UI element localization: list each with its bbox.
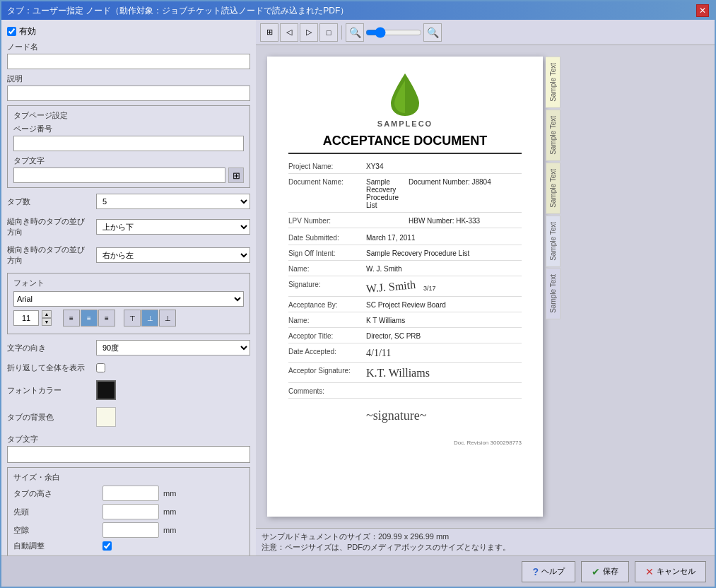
enabled-label: 有効 (19, 25, 36, 37)
vertical-order-select[interactable]: 上から下下から上 (96, 219, 250, 235)
top-mm: mm (163, 507, 176, 516)
align-left-button[interactable]: ≡ (63, 310, 80, 327)
toolbar-zoom-out-button[interactable]: 🔍 (346, 23, 364, 42)
node-name-label: ノード名 (7, 42, 250, 52)
status-line2: 注意：ページサイズは、PDFのメディアボックスのサイズとなります。 (262, 542, 709, 553)
toolbar: ⊞ ◁ ▷ □ 🔍 🔍 (256, 20, 715, 45)
toolbar-zoom-in-button[interactable]: 🔍 (423, 23, 442, 42)
status-bar: サンプルドキュメントのサイズ：209.99 x 296.99 mm 注意：ページ… (256, 528, 715, 555)
description-input[interactable] (7, 86, 250, 101)
horizontal-order-label: 横向き時のタブの並び方向 (7, 245, 92, 266)
doc-logo-text: SAMPLECO (288, 119, 522, 128)
tab-1[interactable]: Sample Text (546, 57, 561, 108)
tab-5[interactable]: Sample Text (546, 268, 561, 319)
tab-text-label: タブ文字 (13, 155, 244, 166)
align-middle-button[interactable]: ⊥ (141, 310, 158, 327)
tab-2[interactable]: Sample Text (546, 110, 561, 161)
vertical-order-label: 縦向き時のタブの並び方向 (7, 216, 92, 237)
tab-height-mm: mm (163, 489, 176, 498)
close-button[interactable]: ✕ (696, 4, 709, 17)
doc-field-acceptby: Acceptance By: SC Project Review Board (288, 301, 522, 312)
doc-field-name1: Name: W. J. Smith (288, 265, 522, 276)
toolbar-prev-button[interactable]: ◁ (280, 23, 298, 42)
align-top-button[interactable]: ⊤ (124, 310, 141, 327)
save-icon: ✔ (592, 566, 600, 577)
align-center-button[interactable]: ≡ (81, 310, 98, 327)
save-label: 保存 (603, 566, 618, 577)
gap-mm: mm (163, 526, 176, 534)
help-button[interactable]: ? ヘルプ (522, 561, 575, 582)
tab-count-row: タブ数 5346 (7, 194, 250, 209)
node-name-section: ノード名 タブ：ユーザー指定 (7, 42, 250, 69)
gap-input[interactable]: 9.0000 (102, 522, 159, 538)
auto-adjust-checkbox[interactable] (102, 541, 112, 551)
tab-4[interactable]: Sample Text (546, 216, 561, 267)
tab-text-browse-button[interactable]: ⊞ (228, 167, 244, 183)
preview-panel: ⊞ ◁ ▷ □ 🔍 🔍 (256, 20, 715, 555)
tab-3[interactable]: Sample Text (546, 163, 561, 214)
vertical-order-row: 縦向き時のタブの並び方向 上から下下から上 (7, 216, 250, 237)
description-section: 説明 (7, 74, 250, 101)
font-size-input[interactable] (13, 310, 39, 326)
font-size-up[interactable]: ▲ (42, 310, 52, 318)
doc-field-title: Acceptor Title: Director, SC PRB (288, 332, 522, 343)
zoom-slider[interactable] (365, 27, 422, 38)
enabled-checkbox[interactable] (7, 27, 16, 36)
font-size-down[interactable]: ▼ (42, 318, 52, 326)
node-name-input[interactable]: タブ：ユーザー指定 (7, 54, 250, 69)
size-margin-title: サイズ・余白 (13, 472, 244, 483)
toolbar-separator-1 (341, 25, 342, 40)
tab-text-section-label: タブ文字 (7, 434, 250, 445)
font-name-select[interactable]: Arial (13, 291, 244, 307)
align-right-button[interactable]: ≡ (98, 310, 115, 327)
font-color-picker[interactable] (96, 380, 116, 400)
align-bottom-button[interactable]: ⊥ (159, 310, 176, 327)
preview-area[interactable]: SAMPLECO ACCEPTANCE DOCUMENT Project Nam… (256, 45, 715, 528)
doc-page: SAMPLECO ACCEPTANCE DOCUMENT Project Nam… (267, 57, 543, 517)
doc-container: SAMPLECO ACCEPTANCE DOCUMENT Project Nam… (267, 57, 561, 517)
help-label: ヘルプ (541, 566, 565, 577)
wrap-checkbox[interactable] (96, 363, 105, 372)
tab-bg-label: タブの背景色 (7, 412, 92, 423)
auto-adjust-row: 自動調整 (13, 541, 244, 551)
tab-height-input[interactable]: 49.8254 (102, 486, 159, 501)
font-color-row: フォントカラー (7, 380, 250, 400)
text-direction-select[interactable]: 90度0度270度 (96, 340, 250, 355)
doc-field-sig1: Signature: W.J. Smith 3/17 (288, 281, 522, 297)
wrap-label: 折り返して全体を表示 (7, 363, 92, 373)
align-group-vert: ⊤ ⊥ ⊥ (124, 310, 176, 327)
logo-svg (387, 74, 423, 116)
description-label: 説明 (7, 74, 250, 84)
horizontal-order-select[interactable]: 右から左左から右 (96, 247, 250, 263)
tab-bg-row: タブの背景色 (7, 407, 250, 427)
gap-label: 空隙 (13, 525, 98, 536)
tab-text-section: タブ文字 Sample Text (7, 434, 250, 463)
tab-text-value-input[interactable]: Sample Text (7, 446, 250, 463)
doc-title: ACCEPTANCE DOCUMENT (288, 134, 522, 154)
doc-field-signoff: Sign Off Intent: Sample Recovery Procedu… (288, 249, 522, 261)
cancel-button[interactable]: ✕ キャンセル (635, 561, 706, 582)
doc-revision: Doc. Revision 3000298773 (288, 440, 522, 446)
font-size-row: ▲ ▼ ≡ ≡ ≡ ⊤ ⊥ ⊥ (13, 310, 244, 327)
doc-field-sig3: ~signature~ (288, 403, 522, 431)
save-button[interactable]: ✔ 保存 (581, 561, 629, 582)
wrap-row: 折り返して全体を表示 (7, 363, 250, 373)
align-group-left: ≡ ≡ ≡ (63, 310, 115, 327)
page-number-input[interactable]: {job:tab.page} (13, 136, 244, 151)
tab-count-select[interactable]: 5346 (96, 194, 250, 209)
tabs-right: Sample Text Sample Text Sample Text Samp… (546, 57, 561, 517)
horizontal-order-row: 横向き時のタブの並び方向 右から左左から右 (7, 245, 250, 266)
toolbar-next-button[interactable]: ▷ (300, 23, 318, 42)
auto-adjust-label: 自動調整 (13, 541, 98, 551)
doc-field-project: Project Name: XY34 (288, 163, 522, 174)
tab-bg-picker[interactable] (96, 407, 116, 427)
toolbar-fit-button[interactable]: □ (319, 23, 338, 42)
tab-text-input[interactable]: {job:tab.text} (13, 167, 225, 183)
main-window: タブ：ユーザー指定 ノード（動作対象：ジョブチケット読込ノードで読み込まれたPD… (0, 0, 716, 588)
tab-page-title: タブページ設定 (13, 110, 244, 121)
top-input[interactable]: 6.0000 (102, 504, 159, 519)
toolbar-home-button[interactable]: ⊞ (260, 23, 278, 42)
title-bar: タブ：ユーザー指定 ノード（動作対象：ジョブチケット読込ノードで読み込まれたPD… (1, 1, 715, 20)
tab-page-section: タブページ設定 ページ番号 {job:tab.page} タブ文字 {job:t… (7, 105, 250, 188)
doc-field-lpv: LPV Number: HBW Number: HK-333 (288, 217, 522, 228)
